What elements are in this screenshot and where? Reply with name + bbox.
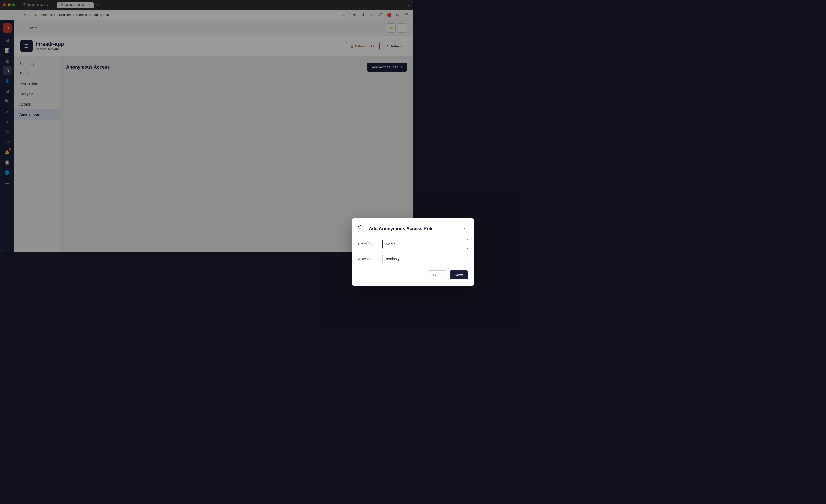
modal-dialog: 🛡 Add Anonymous Access Rule × Prefix ? A… <box>352 218 413 252</box>
modal-shield-icon: 🛡 <box>358 225 366 233</box>
prefix-form-row: Prefix ? <box>358 239 413 249</box>
modal-header: 🛡 Add Anonymous Access Rule × <box>358 225 413 233</box>
modal-overlay[interactable]: 🛡 Add Anonymous Access Rule × Prefix ? A… <box>0 0 413 252</box>
prefix-input[interactable] <box>382 239 413 249</box>
browser-window: 🔗 localhost:3000/ × 🦅 MinIO Console × + … <box>0 0 413 252</box>
modal-title: Add Anonymous Access Rule <box>369 226 413 232</box>
prefix-help-icon[interactable]: ? <box>368 242 372 246</box>
prefix-label: Prefix ? <box>358 242 378 246</box>
